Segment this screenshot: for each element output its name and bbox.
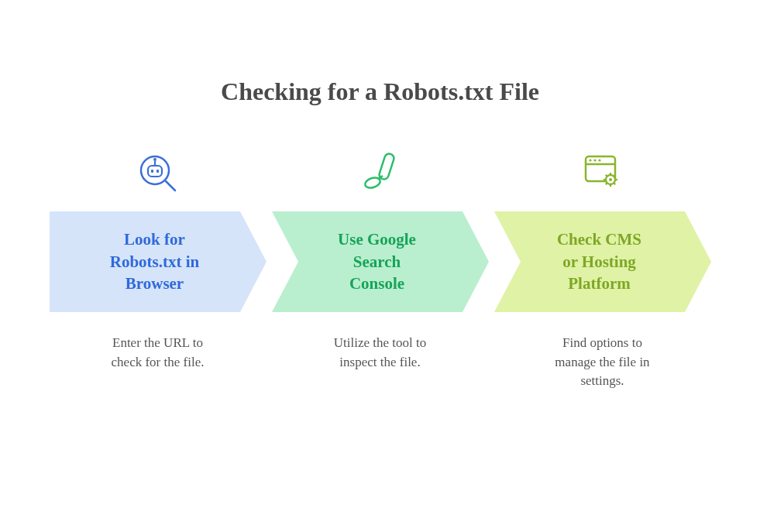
svg-line-1 <box>166 181 175 190</box>
step-2-arrow: Use Google Search Console <box>272 211 489 312</box>
diagram-title: Checking for a Robots.txt File <box>46 77 714 106</box>
step-2-desc: Utilize the tool to inspect the file. <box>334 334 426 372</box>
paint-roller-icon <box>357 145 404 199</box>
step-3-label: Check CMS or Hosting Platform <box>557 228 641 294</box>
svg-point-18 <box>609 178 612 181</box>
step-3-desc: Find options to manage the file in setti… <box>555 334 649 391</box>
svg-rect-2 <box>148 166 162 177</box>
step-1-label: Look for Robots.txt in Browser <box>110 228 200 294</box>
svg-point-4 <box>153 158 156 161</box>
step-2: Use Google Search Console Utilize the to… <box>269 145 491 391</box>
steps-row: Look for Robots.txt in Browser Enter the… <box>46 145 714 391</box>
step-3-arrow: Check CMS or Hosting Platform <box>494 211 711 312</box>
svg-point-16 <box>598 159 600 161</box>
step-3: Check CMS or Hosting Platform Find optio… <box>491 145 714 391</box>
svg-point-15 <box>593 159 596 161</box>
browser-gear-icon <box>579 145 626 199</box>
svg-rect-5 <box>151 170 153 173</box>
svg-line-26 <box>614 175 615 177</box>
diagram-container: Checking for a Robots.txt File <box>0 0 760 391</box>
svg-line-25 <box>605 183 607 184</box>
step-2-label: Use Google Search Console <box>338 228 416 294</box>
step-1-desc: Enter the URL to check for the file. <box>112 334 205 372</box>
robot-search-icon <box>135 145 181 199</box>
svg-line-24 <box>614 183 615 184</box>
svg-point-14 <box>589 159 591 161</box>
svg-rect-6 <box>156 170 159 173</box>
svg-line-23 <box>605 175 607 177</box>
step-1: Look for Robots.txt in Browser Enter the… <box>46 145 269 391</box>
step-1-arrow: Look for Robots.txt in Browser <box>50 211 267 312</box>
